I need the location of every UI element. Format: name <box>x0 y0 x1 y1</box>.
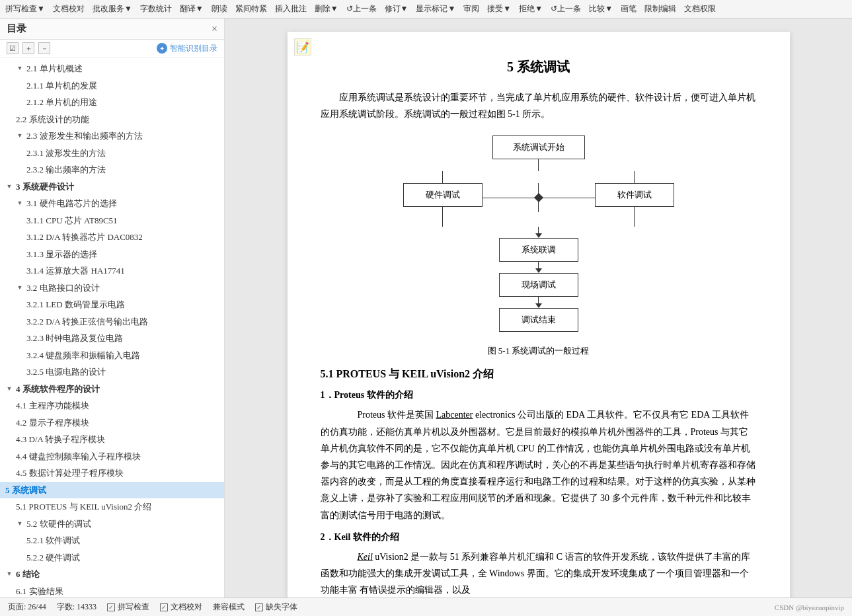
toc-item-3-1-4[interactable]: 3.1.4 运算放大器 HA17741 <box>0 262 224 280</box>
toolbar-brush[interactable]: 画笔 <box>621 3 637 15</box>
keil-paragraph: Keil uVision2 是一款与 51 系列兼容单片机汇编和 C 语言的软件… <box>321 549 757 597</box>
sticky-note-icon[interactable]: 📝 <box>294 38 311 56</box>
toc-item-4-3[interactable]: 4.3 D/A 转换子程序模块 <box>0 431 224 448</box>
flow-sw-debug-box: 软件调试 <box>595 183 674 207</box>
flow-system-debug-box: 系统联调 <box>499 238 578 262</box>
toc-item-2-1[interactable]: ▼ 2.1 单片机概述 <box>0 60 224 77</box>
toc-content: ▼ 2.1 单片机概述 2.1.1 单片机的发展 2.1.2 单片机的用途 2.… <box>0 58 224 597</box>
toolbar-delete[interactable]: 删除▼ <box>315 3 338 15</box>
spell-check-status[interactable]: ✓ 拼写检查 <box>107 601 149 613</box>
toc-close-button[interactable]: × <box>212 23 217 35</box>
expand-icon-5-2: ▼ <box>16 520 24 527</box>
toc-item-4-2[interactable]: 4.2 显示子程序模块 <box>0 414 224 432</box>
toc-toolbar: ☑ ＋ － ✦ 智能识别目录 <box>0 40 224 58</box>
expand-icon-2-3: ▼ <box>16 132 24 140</box>
toc-title: 目录 <box>7 22 26 35</box>
fig-caption: 图 5-1 系统调试的一般过程 <box>321 345 757 357</box>
expand-icon-4: ▼ <box>5 385 13 393</box>
flow-site-debug-box: 现场调试 <box>499 273 578 297</box>
toolbar-spell-check[interactable]: 拼写检查▼ <box>5 3 45 15</box>
toolbar: 拼写检查▼ 文档校对 批改服务▼ 字数统计 翻译▼ 朗读 紧间特紧 插入批注 删… <box>0 0 852 19</box>
expand-icon-6: ▼ <box>5 570 13 578</box>
toolbar-track-changes[interactable]: 修订▼ <box>385 3 408 15</box>
toolbar-doc-permissions[interactable]: 文档权限 <box>684 3 716 15</box>
status-bar: 页面: 26/44 字数: 14333 ✓ 拼写检查 ✓ 文档校对 兼容模式 ✓… <box>0 597 852 616</box>
toc-item-4[interactable]: ▼ 4 系统软件程序的设计 <box>0 381 224 398</box>
toc-check-btn[interactable]: ☑ <box>7 42 19 54</box>
doc-check-status[interactable]: ✓ 文档校对 <box>160 601 202 613</box>
toc-item-3[interactable]: ▼ 3 系统硬件设计 <box>0 178 224 196</box>
toc-item-2-1-1[interactable]: 2.1.1 单片机的发展 <box>0 77 224 95</box>
document-page: 📝 5 系统调试 应用系统调试是系统设计的重要环节，当完成了单片机应用系统的硬件… <box>288 32 790 597</box>
page-info: 页面: 26/44 <box>8 601 46 613</box>
flow-end-box: 调试结束 <box>499 308 578 332</box>
toolbar-prev2[interactable]: ↺上一条 <box>551 3 581 15</box>
toc-item-3-2-1[interactable]: 3.2.1 LED 数码管显示电路 <box>0 296 224 313</box>
toc-item-3-2-2[interactable]: 3.2.2 D/A 转换正弦信号输出电路 <box>0 313 224 330</box>
toc-item-2-3-1[interactable]: 2.3.1 波形发生的方法 <box>0 145 224 162</box>
toc-item-4-5[interactable]: 4.5 数据计算处理子程序模块 <box>0 465 224 482</box>
flow-start-box: 系统调试开始 <box>492 135 585 159</box>
document-area[interactable]: 📝 5 系统调试 应用系统调试是系统设计的重要环节，当完成了单片机应用系统的硬件… <box>225 19 852 597</box>
smart-toc-icon: ✦ <box>157 43 167 54</box>
toolbar-spacing[interactable]: 紧间特紧 <box>235 3 267 15</box>
toc-item-2-3-2[interactable]: 2.3.2 输出频率的方法 <box>0 161 224 178</box>
smart-toc-label: 智能识别目录 <box>170 43 217 54</box>
toc-item-4-4[interactable]: 4.4 键盘控制频率输入子程序模块 <box>0 448 224 465</box>
toolbar-reject[interactable]: 拒绝▼ <box>519 3 543 15</box>
missing-font-checkbox[interactable]: ✓ <box>255 603 263 611</box>
expand-icon: ▼ <box>16 65 24 73</box>
smart-toc-button[interactable]: ✦ 智能识别目录 <box>157 43 217 54</box>
toc-item-5-2[interactable]: ▼ 5.2 软硬件的调试 <box>0 516 224 533</box>
toc-item-3-2-5[interactable]: 3.2.5 电源电路的设计 <box>0 364 224 381</box>
toc-item-2-2[interactable]: 2.2 系统设计的功能 <box>0 111 224 128</box>
main-area: 目录 × ☑ ＋ － ✦ 智能识别目录 ▼ 2.1 单片机概述 2.1.1 单片… <box>0 19 852 597</box>
expand-icon-3-2: ▼ <box>16 284 24 291</box>
toc-item-5-2-2[interactable]: 5.2.2 硬件调试 <box>0 549 224 566</box>
proteus-paragraph: Proteus 软件是英国 Labcenter electronics 公司出版… <box>321 406 757 523</box>
toc-item-3-2[interactable]: ▼ 3.2 电路接口的设计 <box>0 280 224 297</box>
toc-item-6[interactable]: ▼ 6 结论 <box>0 566 224 583</box>
section51-title: 5.1 PROTEUS 与 KEIL uVision2 介绍 <box>321 367 757 381</box>
toc-item-3-1-3[interactable]: 3.1.3 显示器的选择 <box>0 246 224 263</box>
toc-item-3-1-2[interactable]: 3.1.2 D/A 转换器芯片 DAC0832 <box>0 229 224 246</box>
watermark: CSDN @biyezuopinvip <box>775 603 844 611</box>
toolbar-compare[interactable]: 比较▼ <box>589 3 613 15</box>
toc-expand-btn[interactable]: ＋ <box>22 42 34 54</box>
toc-item-3-1[interactable]: ▼ 3.1 硬件电路芯片的选择 <box>0 195 224 212</box>
toolbar-show-markup[interactable]: 显示标记▼ <box>416 3 455 15</box>
toolbar-batch-service[interactable]: 批改服务▼ <box>93 3 132 15</box>
doc-check-checkbox[interactable]: ✓ <box>160 603 168 611</box>
flow-hw-debug-box: 硬件调试 <box>403 183 483 207</box>
toolbar-doc-check[interactable]: 文档校对 <box>53 3 85 15</box>
toc-item-4-1[interactable]: 4.1 主程序功能模块 <box>0 397 224 414</box>
toc-item-3-2-4[interactable]: 3.2.4 键盘频率和振幅输入电路 <box>0 347 224 364</box>
toolbar-restrict-edit[interactable]: 限制编辑 <box>644 3 676 15</box>
toc-collapse-btn[interactable]: － <box>38 42 50 54</box>
toc-item-5-2-1[interactable]: 5.2.1 软件调试 <box>0 532 224 549</box>
toolbar-translate[interactable]: 翻译▼ <box>180 3 204 15</box>
spell-check-checkbox[interactable]: ✓ <box>107 603 115 611</box>
toolbar-read[interactable]: 朗读 <box>212 3 227 15</box>
sub1-title: 1．Proteus 软件的介绍 <box>321 389 757 401</box>
toc-item-5[interactable]: 5 系统调试 <box>0 482 224 499</box>
compat-mode-status: 兼容模式 <box>213 601 245 613</box>
toc-item-2-1-2[interactable]: 2.1.2 单片机的用途 <box>0 94 224 111</box>
toolbar-accept[interactable]: 接受▼ <box>487 3 511 15</box>
expand-icon-3-1: ▼ <box>16 200 24 208</box>
toc-item-3-1-1[interactable]: 3.1.1 CPU 芯片 AT89C51 <box>0 212 224 229</box>
toc-toolbar-left: ☑ ＋ － <box>7 42 50 54</box>
toolbar-insert-comment[interactable]: 插入批注 <box>275 3 307 15</box>
toc-header: 目录 × <box>0 19 224 40</box>
word-count: 字数: 14333 <box>57 601 97 613</box>
toc-item-3-2-3[interactable]: 3.2.3 时钟电路及复位电路 <box>0 330 224 347</box>
toc-item-5-1[interactable]: 5.1 PROTEUS 与 KEIL uVision2 介绍 <box>0 498 224 516</box>
toolbar-word-count[interactable]: 字数统计 <box>140 3 172 15</box>
toolbar-prev[interactable]: ↺上一条 <box>346 3 377 15</box>
expand-icon-3: ▼ <box>5 182 13 190</box>
missing-font-status[interactable]: ✓ 缺失字体 <box>255 601 297 613</box>
toc-item-6-1[interactable]: 6.1 实验结果 <box>0 583 224 598</box>
toolbar-review[interactable]: 审阅 <box>463 3 479 15</box>
flowchart: 系统调试开始 硬件调试 <box>321 135 757 332</box>
toc-item-2-3[interactable]: ▼ 2.3 波形发生和输出频率的方法 <box>0 128 224 145</box>
